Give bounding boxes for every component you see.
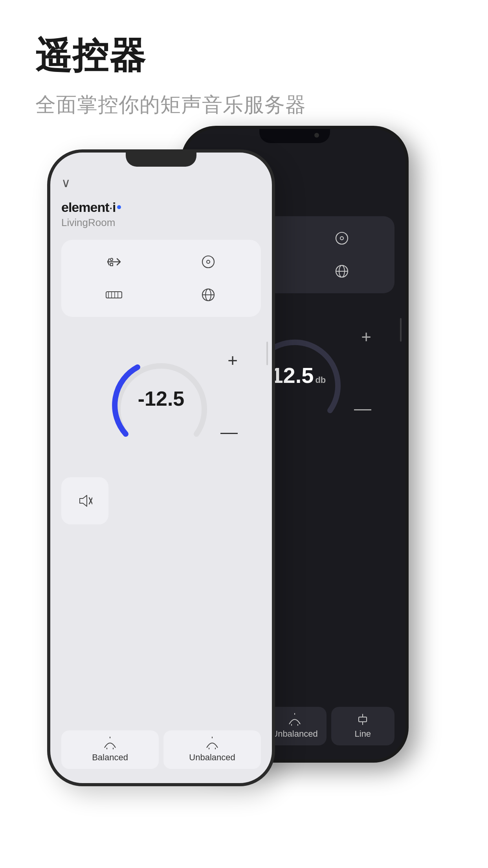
page-title: 遥控器: [35, 31, 453, 80]
light-right-button: [273, 239, 275, 278]
phone-light: ∨ element·i LivingRoom: [47, 149, 275, 786]
svg-rect-20: [359, 717, 367, 722]
light-brand-name: element·i: [61, 200, 116, 215]
light-left-button: [47, 231, 49, 259]
dark-volume-unit: db: [315, 375, 326, 385]
light-input-usb[interactable]: [68, 246, 160, 278]
svg-point-25: [202, 256, 214, 268]
light-output-row: Balanced Unbalanced: [61, 730, 261, 769]
svg-rect-24: [110, 263, 113, 266]
light-input-hdmi[interactable]: [68, 279, 160, 311]
light-volume-display: -12.5: [138, 387, 185, 410]
light-volume-minus[interactable]: —: [220, 422, 238, 442]
dark-output-line[interactable]: Line: [331, 707, 394, 745]
dark-right-button: [407, 215, 409, 255]
dark-phone-notch: [259, 129, 330, 143]
light-unbalanced-label: Unbalanced: [189, 752, 235, 763]
dark-unbalanced-label: Unbalanced: [272, 729, 317, 739]
light-balanced-label: Balanced: [92, 752, 128, 763]
page-subtitle: 全面掌控你的矩声音乐服务器: [35, 91, 453, 119]
dark-input-globe[interactable]: [295, 256, 388, 287]
light-input-grid: [61, 240, 261, 317]
svg-point-2: [336, 232, 348, 244]
light-volume-dial: -12.5 + —: [106, 344, 216, 454]
light-brand-row: element·i: [61, 200, 261, 215]
svg-point-26: [207, 260, 210, 263]
dark-volume-plus[interactable]: +: [361, 327, 371, 347]
phones-container: ∨ element·i LivingRoom: [0, 126, 488, 857]
light-mute-area: [61, 477, 261, 524]
light-input-globe[interactable]: [162, 279, 255, 311]
light-chevron-icon[interactable]: ∨: [61, 175, 261, 190]
page-wrapper: 遥控器 全面掌控你的矩声音乐服务器 ∨ element·i LivingRoom: [0, 0, 488, 868]
dark-line-label: Line: [355, 729, 371, 739]
light-output-balanced[interactable]: Balanced: [61, 730, 159, 769]
light-phone-screen: ∨ element·i LivingRoom: [50, 153, 272, 783]
light-input-cd[interactable]: [162, 246, 255, 278]
light-volume-area: -12.5 + —: [61, 328, 261, 469]
light-phone-notch: [126, 153, 196, 167]
svg-point-23: [110, 258, 113, 261]
svg-point-3: [340, 237, 343, 240]
light-brand-dot: [117, 205, 121, 209]
light-volume-plus[interactable]: +: [227, 351, 238, 370]
light-mute-button[interactable]: [61, 477, 108, 524]
header-section: 遥控器 全面掌控你的矩声音乐服务器: [0, 0, 488, 119]
dark-volume-minus[interactable]: —: [354, 399, 371, 418]
light-volume-value: -12.5: [138, 387, 185, 410]
light-output-unbalanced[interactable]: Unbalanced: [163, 730, 261, 769]
dark-input-cd[interactable]: [295, 223, 388, 254]
light-device-location: LivingRoom: [61, 217, 261, 229]
